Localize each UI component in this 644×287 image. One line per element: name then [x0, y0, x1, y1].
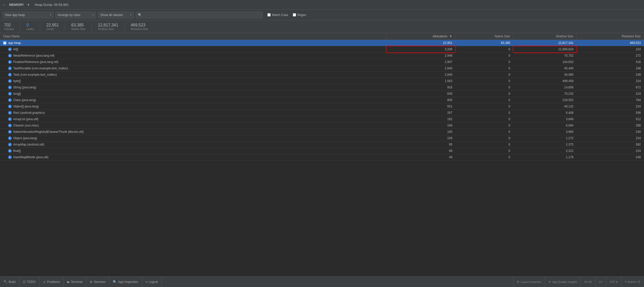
allocations-value: 551 — [386, 103, 455, 110]
class-icon: C — [8, 79, 12, 83]
native-size-value: 0 — [455, 84, 513, 91]
native-size-value: 63,385 — [455, 40, 513, 46]
bottom-bar: 🔨 Build ☑ TODO ⚠ Problems ▶ Terminal ⚙ S… — [0, 276, 644, 287]
class-name-cell: CNativeAllocationRegistry$CleanerThunk (… — [0, 129, 386, 135]
table-row[interactable]: Cfloat[]6802,312224 — [0, 148, 644, 154]
tab-logcat-label: Logcat — [149, 280, 158, 284]
table-row[interactable]: CWeakReference (java.lang.ref)2,948070,7… — [0, 53, 644, 59]
native-size-value: 0 — [455, 97, 513, 103]
tab-problems[interactable]: ⚠ Problems — [39, 277, 64, 287]
shallow-size-value: 129,552 — [513, 97, 577, 103]
table-row[interactable]: CTask (com.example.test_malloc)2,840034,… — [0, 72, 644, 78]
retained-size-value: 556 — [577, 110, 644, 116]
col-allocations[interactable]: Allocations ▼ — [386, 33, 455, 40]
match-case-checkbox[interactable] — [267, 13, 271, 17]
col-retained-size[interactable]: Retained Size — [577, 33, 644, 40]
native-size-value: 0 — [455, 148, 513, 154]
stats-bar: 702 Classes 0 Leaks 22,951 Count 63,385 … — [0, 20, 644, 33]
retained-size-value: 248 — [577, 154, 644, 161]
class-name-cell: CTaskRunable (com.example.test_malloc) — [0, 65, 386, 72]
spaces-value: 4 spaces: 右 — [625, 280, 640, 284]
tab-services[interactable]: ⚙ Services — [86, 277, 109, 287]
sort-arrow: ▼ — [449, 35, 452, 38]
allocations-value: 68 — [386, 148, 455, 154]
table-row[interactable]: Cbyte[]1,5630499,459224 — [0, 78, 644, 84]
table-row[interactable]: CNativeAllocationRegistry$CleanerThunk (… — [0, 129, 644, 135]
match-case-label: Match Case — [272, 13, 288, 17]
table-row[interactable]: CTaskRunable (com.example.test_malloc)2,… — [0, 65, 644, 72]
terminal-icon: ▶ — [67, 280, 70, 284]
show-all-classes-arrow: ▾ — [130, 13, 131, 16]
retained-size-value: 582 — [577, 141, 644, 148]
regex-label: Regex — [297, 13, 306, 17]
table-row[interactable]: CCleaner (sun.misc)16906,084288 — [0, 122, 644, 129]
arrange-by-class-label: Arrange by class — [58, 13, 91, 17]
view-app-heap-dropdown[interactable]: View app heap ▾ — [3, 12, 53, 18]
app-quality-insights-btn[interactable]: ★ App Quality Insights — [545, 277, 581, 287]
class-icon: C — [8, 73, 12, 76]
allocations-value: 95 — [386, 141, 455, 148]
table-row[interactable]: CRect (android.graphics)26706,408556 — [0, 110, 644, 116]
tab-logcat[interactable]: ≡ Logcat — [142, 277, 162, 287]
class-icon: C — [8, 47, 12, 51]
retained-size-value: 416 — [577, 59, 644, 65]
stat-shallow-size-value: 12,817,341 — [98, 23, 118, 27]
table-row[interactable]: CString (java.lang)916014,656672 — [0, 84, 644, 91]
table-row[interactable]: CArrayMap (android.util)9502,375582 — [0, 141, 644, 148]
tab-build[interactable]: 🔨 Build — [0, 277, 19, 287]
stat-classes-label: Classes — [4, 27, 14, 30]
search-input[interactable] — [143, 13, 260, 17]
table-row[interactable]: app heap22,95163,38512,817,341469,523 — [0, 40, 644, 46]
col-shallow-size[interactable]: Shallow Size — [513, 33, 577, 40]
shallow-size-value: 3,640 — [513, 116, 577, 122]
search-box[interactable]: 🔍 — [136, 12, 263, 18]
heap-dump-title: Heap Dump: 05:58.861 — [35, 3, 69, 7]
class-icon: C — [8, 117, 12, 121]
class-name-text: Class (java.lang) — [13, 98, 36, 102]
shallow-size-value: 104,652 — [513, 59, 577, 65]
tab-problems-label: Problems — [47, 280, 60, 284]
shallow-size-value: 3,960 — [513, 129, 577, 135]
table-row[interactable]: Cint[]3,299011,666,824224 — [0, 46, 644, 53]
table-row[interactable]: CClass (java.lang)8050129,552784 — [0, 97, 644, 103]
arrange-by-class-dropdown[interactable]: Arrange by class ▾ — [55, 12, 96, 18]
shallow-size-value: 11,666,824 — [513, 46, 577, 53]
tab-terminal[interactable]: ▶ Terminal — [64, 277, 86, 287]
toolbar: View app heap ▾ Arrange by class ▾ Show … — [0, 10, 644, 20]
memory-dropdown-arrow[interactable]: ▼ — [27, 3, 30, 7]
tab-terminal-label: Terminal — [71, 280, 82, 284]
table-row[interactable]: Clong[]836070,232224 — [0, 91, 644, 97]
tab-todo-label: TODO — [27, 280, 36, 284]
tab-services-label: Services — [94, 280, 105, 284]
class-name-text: Object (java.lang) — [13, 136, 37, 140]
shallow-size-value: 1,272 — [513, 135, 577, 141]
stat-leaks-value: 0 — [26, 23, 29, 27]
class-name-cell: Cint[] — [0, 46, 386, 53]
shallow-size-value: 2,375 — [513, 141, 577, 148]
native-size-value: 0 — [455, 53, 513, 59]
class-name-text: String (java.lang) — [13, 86, 36, 89]
col-class-name[interactable]: Class Name — [0, 33, 386, 40]
native-size-value: 0 — [455, 122, 513, 129]
app-quality-icon: ★ — [548, 280, 551, 283]
allocations-value: 836 — [386, 91, 455, 97]
table-row[interactable]: CArrayList (java.util)18203,640512 — [0, 116, 644, 122]
table-row[interactable]: CFinalizerReference (java.lang.ref)2,907… — [0, 59, 644, 65]
table-row[interactable]: CObject[] (java.lang)551049,132224 — [0, 103, 644, 110]
class-icon: C — [8, 60, 12, 64]
back-button[interactable]: ← — [3, 3, 7, 7]
class-name-text: int[] — [13, 47, 18, 51]
regex-checkbox[interactable] — [293, 13, 296, 17]
table-row[interactable]: CObject (java.lang)15901,272224 — [0, 135, 644, 141]
show-all-classes-dropdown[interactable]: Show all classes ▾ — [98, 12, 134, 18]
app-inspection-icon: 🔍 — [113, 280, 117, 284]
shallow-size-value: 6,408 — [513, 110, 577, 116]
class-name-text: WeakReference (java.lang.ref) — [13, 54, 55, 57]
tab-todo[interactable]: ☑ TODO — [19, 277, 39, 287]
spaces-status: 4 spaces: 右 — [621, 277, 644, 287]
table-row[interactable]: CHashMap$Node (java.util)4901,176248 — [0, 154, 644, 161]
retained-size-value: 224 — [577, 148, 644, 154]
tab-app-inspection[interactable]: 🔍 App Inspection — [109, 277, 142, 287]
layout-inspector-btn[interactable]: ⊞ Layout Inspector — [513, 277, 545, 287]
col-native-size[interactable]: Native Size — [455, 33, 513, 40]
